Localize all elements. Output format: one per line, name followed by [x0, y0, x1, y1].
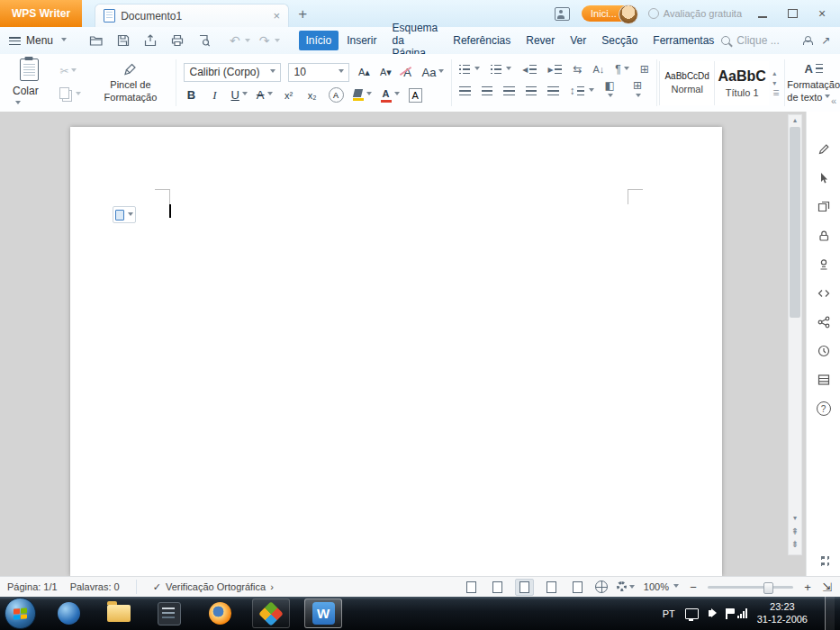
export-button[interactable] — [137, 33, 164, 48]
tab-inserir[interactable]: Inserir — [339, 31, 384, 50]
zoom-level-button[interactable]: 100% — [644, 581, 679, 592]
borders-button[interactable]: ⊞ — [633, 80, 649, 102]
tab-seccao[interactable]: Secção — [594, 31, 645, 50]
tab-inicio[interactable]: Início — [299, 31, 339, 50]
tab-referencias[interactable]: Referências — [446, 31, 518, 50]
fullscreen-view-button[interactable] — [543, 580, 560, 595]
save-button[interactable] — [110, 33, 137, 48]
increase-indent-button[interactable]: ▸ — [547, 64, 562, 75]
styles-scroll-up-button[interactable]: ▴ — [772, 69, 779, 77]
document-page[interactable] — [70, 127, 722, 576]
zoom-slider[interactable] — [708, 586, 793, 589]
tab-ferramentas[interactable]: Ferramentas — [646, 31, 721, 50]
cut-button[interactable]: ✂ — [59, 63, 81, 79]
shading-button[interactable]: ◧ — [605, 80, 622, 102]
show-desktop-button[interactable] — [825, 597, 835, 630]
align-left-button[interactable] — [459, 86, 470, 95]
maximize-button[interactable] — [783, 7, 801, 20]
apps-grid-icon[interactable] — [818, 556, 829, 567]
taskbar-firefox-button[interactable] — [202, 599, 238, 627]
scroll-up-arrow[interactable]: ▴ — [789, 117, 801, 124]
history-clock-icon[interactable] — [817, 344, 831, 358]
code-icon[interactable] — [817, 286, 831, 301]
review-mode-button[interactable] — [489, 580, 506, 595]
decrease-indent-button[interactable]: ◂ — [522, 64, 537, 75]
bold-button[interactable]: B — [184, 87, 198, 104]
character-border-button[interactable]: A — [409, 88, 422, 103]
superscript-button[interactable]: x² — [282, 87, 296, 104]
minimize-button[interactable] — [754, 7, 772, 20]
asian-layout-button[interactable]: ⇆ — [573, 64, 582, 75]
style-normal[interactable]: AaBbCcDd Normal — [659, 61, 714, 105]
redo-button[interactable]: ↷ — [255, 33, 285, 48]
web-layout-icon[interactable] — [595, 580, 608, 593]
spellcheck-status[interactable]: ✓ Verificação Ortográfica › — [153, 581, 274, 593]
clear-format-button[interactable]: A — [400, 64, 414, 80]
italic-button[interactable]: I — [207, 87, 221, 104]
vertical-scrollbar[interactable]: ▴ ▾ ⇞ ⇟ — [788, 114, 802, 555]
command-search[interactable] — [721, 33, 794, 48]
collapse-panel-icon[interactable]: « — [831, 95, 836, 106]
justify-button[interactable] — [526, 86, 537, 95]
numbering-button[interactable] — [491, 65, 511, 74]
show-formatting-marks-button[interactable]: ¶ — [615, 64, 628, 75]
style-titulo-1[interactable]: AaBbC Título 1 — [714, 61, 769, 105]
print-button[interactable] — [164, 33, 191, 48]
bullets-button[interactable] — [459, 65, 480, 74]
previous-page-button[interactable]: ⇞ — [789, 527, 801, 536]
change-case-button[interactable]: Aa — [421, 64, 444, 80]
seal-icon[interactable] — [817, 257, 831, 272]
open-button[interactable] — [83, 33, 110, 48]
outline-view-button[interactable] — [569, 580, 586, 595]
start-button[interactable] — [5, 598, 36, 629]
distribute-button[interactable] — [547, 86, 558, 95]
taskbar-internet-button[interactable] — [50, 599, 86, 627]
close-tab-icon[interactable]: × — [274, 10, 281, 22]
menu-button[interactable]: Menu — [0, 34, 76, 47]
word-count[interactable]: Palavras: 0 — [70, 581, 120, 592]
sort-button[interactable]: A↓ — [592, 65, 604, 75]
tab-ver[interactable]: Ver — [563, 31, 593, 50]
print-layout-view-button[interactable] — [515, 579, 534, 596]
paste-options-button[interactable] — [113, 206, 136, 223]
screenshot-icon[interactable] — [817, 200, 831, 214]
highlight-color-button[interactable] — [353, 87, 372, 104]
styles-gallery-button[interactable]: ☰ — [772, 89, 779, 97]
share-icon[interactable]: ↗ — [822, 35, 831, 46]
language-indicator[interactable]: PT — [663, 608, 675, 619]
print-preview-button[interactable] — [191, 33, 218, 48]
columns-button[interactable]: ⊞ — [640, 64, 649, 75]
subscript-button[interactable]: x₂ — [305, 87, 320, 104]
enclose-character-button[interactable]: A — [329, 87, 344, 103]
display-tray-icon[interactable] — [685, 608, 699, 619]
edit-pen-icon[interactable] — [817, 142, 831, 157]
share-nodes-icon[interactable] — [817, 315, 831, 329]
document-tab[interactable]: Documento1 × — [95, 4, 289, 28]
align-center-button[interactable] — [482, 86, 492, 95]
taskbar-media-button[interactable] — [151, 599, 187, 627]
taskbar-wps-writer-button[interactable]: W — [304, 598, 342, 628]
task-window-button[interactable] — [463, 580, 480, 595]
line-spacing-button[interactable]: ↕ — [570, 86, 594, 96]
action-center-flag-icon[interactable] — [726, 608, 727, 619]
format-painter-button[interactable]: Pincel de Formatação — [86, 58, 174, 109]
next-page-button[interactable]: ⇟ — [789, 540, 801, 549]
tab-rever[interactable]: Rever — [519, 31, 562, 50]
invite-user-icon[interactable] — [803, 36, 809, 45]
font-color-button[interactable]: A — [381, 87, 400, 104]
zoom-out-button[interactable]: − — [688, 580, 699, 594]
page-indicator[interactable]: Página: 1/1 — [7, 581, 58, 592]
taskbar-wps-office-button[interactable] — [252, 598, 290, 628]
scrollbar-thumb[interactable] — [790, 127, 800, 318]
strikethrough-button[interactable]: A — [257, 87, 273, 104]
eye-protection-button[interactable] — [617, 581, 635, 593]
network-tray-icon[interactable] — [737, 608, 747, 618]
undo-button[interactable]: ↶ — [225, 33, 255, 48]
taskbar-clock[interactable]: 23:23 31-12-2006 — [757, 601, 808, 626]
shrink-font-button[interactable]: A▾ — [378, 64, 393, 80]
grow-font-button[interactable]: A▴ — [357, 64, 371, 80]
layout-panels-icon[interactable] — [817, 373, 831, 387]
help-icon[interactable]: ? — [817, 401, 831, 416]
taskbar-explorer-button[interactable] — [101, 599, 137, 627]
font-name-combo[interactable]: Calibri (Corpo) — [184, 63, 281, 82]
